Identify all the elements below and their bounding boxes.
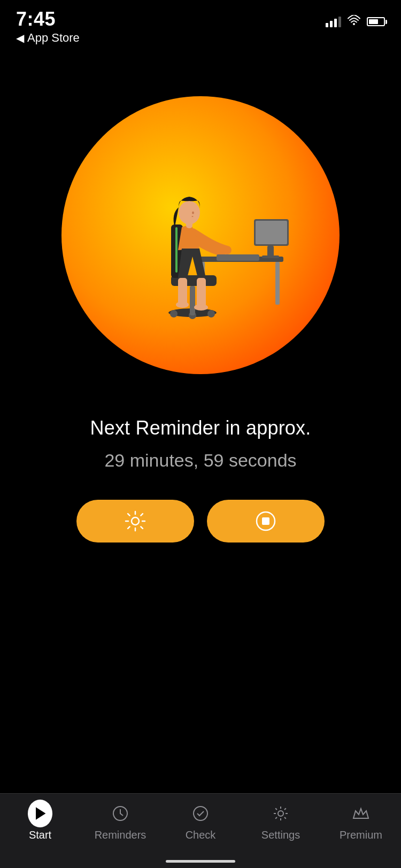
svg-point-18 — [192, 212, 194, 214]
svg-rect-24 — [217, 254, 259, 261]
tab-reminders-icon-wrap — [108, 801, 133, 826]
tab-bar: Start Reminders Check Settings — [0, 793, 401, 868]
action-buttons-row — [76, 500, 325, 542]
app-store-label: App Store — [27, 31, 80, 45]
svg-point-17 — [179, 201, 200, 224]
start-active-bg — [28, 800, 52, 827]
svg-point-19 — [192, 216, 194, 217]
svg-marker-28 — [35, 807, 46, 820]
tab-start[interactable]: Start — [0, 801, 80, 841]
tab-check[interactable]: Check — [160, 801, 241, 841]
posture-illustration — [99, 134, 302, 337]
svg-rect-6 — [267, 246, 274, 257]
tab-reminders[interactable]: Reminders — [80, 801, 160, 841]
tab-start-icon-wrap — [28, 801, 52, 826]
svg-rect-3 — [275, 262, 280, 305]
text-section: Next Reminder in approx. 29 minutes, 59 … — [0, 417, 401, 471]
tab-check-icon-wrap — [188, 801, 213, 826]
svg-point-22 — [176, 301, 189, 308]
svg-rect-15 — [175, 227, 178, 273]
settings-button[interactable] — [76, 500, 194, 542]
svg-rect-20 — [178, 278, 187, 305]
status-bar: 7:45 ◀ App Store — [0, 0, 401, 48]
svg-point-25 — [132, 517, 139, 525]
svg-rect-27 — [262, 517, 269, 525]
signal-bars-icon — [326, 17, 341, 27]
battery-icon — [367, 17, 385, 26]
stop-button[interactable] — [207, 500, 325, 542]
next-reminder-label: Next Reminder in approx. — [21, 417, 380, 439]
status-right — [326, 10, 385, 28]
svg-point-23 — [194, 304, 208, 311]
tab-start-label: Start — [29, 829, 51, 841]
svg-point-9 — [170, 310, 178, 317]
tab-check-label: Check — [186, 829, 216, 841]
clock-icon — [112, 805, 129, 822]
svg-point-31 — [278, 811, 283, 816]
timer-text: 29 minutes, 59 seconds — [21, 450, 380, 471]
tab-premium[interactable]: Premium — [321, 801, 401, 841]
svg-rect-12 — [190, 286, 195, 315]
tab-settings-label: Settings — [261, 829, 300, 841]
checkmark-circle-icon — [192, 805, 209, 822]
svg-rect-7 — [262, 255, 279, 258]
svg-marker-32 — [353, 809, 368, 818]
chevron-left-icon: ◀ — [16, 32, 24, 44]
tab-reminders-label: Reminders — [95, 829, 146, 841]
svg-rect-5 — [256, 221, 287, 244]
svg-point-11 — [207, 310, 215, 317]
home-indicator — [166, 860, 235, 863]
play-icon — [32, 805, 49, 822]
gear-icon — [124, 510, 146, 532]
status-time: 7:45 — [16, 10, 80, 29]
svg-rect-21 — [197, 278, 206, 307]
tab-premium-label: Premium — [340, 829, 382, 841]
tab-settings-icon-wrap — [268, 801, 293, 826]
svg-point-0 — [353, 23, 355, 25]
tab-settings[interactable]: Settings — [241, 801, 321, 841]
app-store-back-button[interactable]: ◀ App Store — [16, 31, 80, 45]
wifi-icon — [348, 15, 360, 28]
svg-point-30 — [194, 807, 207, 820]
status-left: 7:45 ◀ App Store — [16, 10, 80, 45]
illustration-circle — [61, 96, 340, 374]
stop-icon — [255, 510, 277, 532]
main-content: Next Reminder in approx. 29 minutes, 59 … — [0, 0, 401, 868]
tab-premium-icon-wrap — [349, 801, 373, 826]
crown-icon — [352, 805, 369, 822]
settings-gear-icon — [272, 805, 289, 822]
